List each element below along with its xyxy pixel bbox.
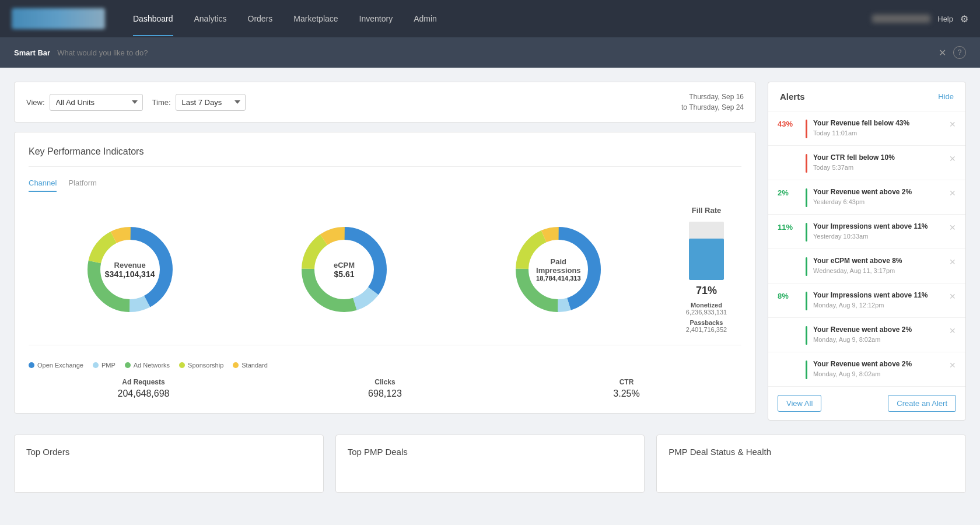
create-alert-button[interactable]: Create an Alert: [888, 395, 956, 412]
alert-item-0: 43% Your Revenue fell below 43% Today 11…: [768, 111, 965, 146]
alert-message-2: Your Revenue went above 2%: [813, 187, 943, 197]
ecpm-title: eCPM: [334, 261, 355, 270]
alert-close-3[interactable]: ✕: [949, 222, 956, 232]
main-content: View: All Ad Units Time: Last 7 Days Thu…: [0, 68, 980, 435]
nav-link-inventory[interactable]: Inventory: [349, 1, 404, 36]
alert-close-5[interactable]: ✕: [949, 290, 956, 301]
alert-badge-5: 8%: [778, 290, 800, 300]
alert-item-4: Your eCPM went above 8% Wednesday, Aug 1…: [768, 249, 965, 284]
alert-time-2: Yesterday 6:43pm: [813, 198, 943, 205]
alert-message-0: Your Revenue fell below 43%: [813, 118, 943, 128]
tab-platform[interactable]: Platform: [68, 178, 96, 192]
filter-bar: View: All Ad Units Time: Last 7 Days Thu…: [14, 82, 756, 123]
stat-clicks: Clicks 698,123: [270, 378, 500, 399]
fill-rate-stats: Monetized 6,236,933,131 Passbacks 2,401,…: [686, 302, 727, 333]
nav-links: Dashboard Analytics Orders Marketplace I…: [123, 1, 872, 36]
fill-rate-fill: [689, 239, 724, 280]
bottom-cards: Top Orders Top PMP Deals PMP Deal Status…: [0, 435, 980, 507]
left-panel: View: All Ad Units Time: Last 7 Days Thu…: [14, 82, 756, 421]
nav-link-dashboard[interactable]: Dashboard: [123, 1, 184, 36]
smart-bar: Smart Bar ✕ ?: [0, 37, 980, 68]
alert-close-6[interactable]: ✕: [949, 325, 956, 335]
alert-close-1[interactable]: ✕: [949, 153, 956, 163]
stat-name-ctr: CTR: [512, 378, 741, 386]
alert-close-2[interactable]: ✕: [949, 187, 956, 198]
bottom-card-pmp-health: PMP Deal Status & Health: [656, 435, 966, 493]
alert-time-3: Yesterday 10:33am: [813, 233, 943, 240]
alert-message-1: Your CTR fell below 10%: [813, 153, 943, 163]
alert-bar-6: [806, 326, 807, 345]
fill-rate-container: Fill Rate 71% Monetized 6,236,933,131 Pa…: [671, 206, 741, 333]
bottom-card-top-pmp: Top PMP Deals: [335, 435, 645, 493]
stat-ctr: CTR 3.25%: [512, 378, 741, 399]
help-link[interactable]: Help: [937, 15, 953, 23]
time-filter-group: Time: Last 7 Days: [152, 94, 246, 111]
revenue-donut: Revenue $341,104,314: [83, 223, 177, 316]
alert-time-0: Today 11:01am: [813, 130, 943, 136]
alert-badge-1: [778, 153, 800, 154]
time-label: Time:: [152, 98, 171, 107]
close-icon[interactable]: ✕: [939, 47, 946, 58]
alert-time-7: Monday, Aug 9, 8:02am: [813, 370, 943, 377]
alert-bar-0: [806, 120, 807, 138]
alert-badge-7: [778, 359, 800, 360]
legend-dot-standard: [233, 362, 239, 368]
date-line1: Thursday, Sep 16: [681, 92, 744, 102]
alert-item-1: Your CTR fell below 10% Today 5:37am ✕: [768, 146, 965, 180]
impressions-chart: Paid Impressions 18,784,414,313: [457, 223, 660, 316]
alert-message-6: Your Revenue went above 2%: [813, 325, 943, 335]
nav-link-analytics[interactable]: Analytics: [184, 1, 237, 36]
kpi-stats-row: Ad Requests 204,648,698 Clicks 698,123 C…: [29, 378, 741, 399]
ecpm-label: eCPM $5.61: [334, 261, 355, 279]
alerts-card: Alerts Hide 43% Your Revenue fell below …: [768, 82, 966, 421]
ecpm-chart: eCPM $5.61: [243, 223, 445, 316]
stat-value-ad-requests: 204,648,698: [29, 388, 258, 399]
nav-link-admin[interactable]: Admin: [403, 1, 447, 36]
alert-content-4: Your eCPM went above 8% Wednesday, Aug 1…: [813, 256, 943, 274]
ecpm-value: $5.61: [334, 270, 355, 279]
fill-rate-bar: [689, 222, 724, 280]
legend-label-standard: Standard: [242, 362, 268, 369]
help-icon[interactable]: ?: [953, 46, 966, 59]
view-all-button[interactable]: View All: [778, 395, 821, 412]
legend-label-ad-networks: Ad Networks: [134, 362, 170, 369]
alert-item-6: Your Revenue went above 2% Monday, Aug 9…: [768, 318, 965, 352]
alert-item-7: Your Revenue went above 2% Monday, Aug 9…: [768, 352, 965, 387]
alert-close-7[interactable]: ✕: [949, 359, 956, 370]
view-label: View:: [26, 98, 45, 107]
settings-icon[interactable]: ⚙: [960, 13, 968, 24]
kpi-title: Key Performance Indicators: [29, 146, 741, 167]
impressions-label: Paid Impressions 18,784,414,313: [535, 257, 582, 282]
alert-badge-4: [778, 256, 800, 257]
legend-pmp: PMP: [93, 362, 116, 369]
nav-link-marketplace[interactable]: Marketplace: [283, 1, 348, 36]
nav-link-orders[interactable]: Orders: [237, 1, 284, 36]
alert-message-5: Your Impressions went above 11%: [813, 290, 943, 300]
alert-bar-1: [806, 154, 807, 173]
pmp-health-title: PMP Deal Status & Health: [668, 447, 954, 457]
passbacks-value: 2,401,716,352: [686, 326, 727, 333]
alert-content-5: Your Impressions went above 11% Monday, …: [813, 290, 943, 309]
alert-bar-7: [806, 360, 807, 379]
smart-bar-input[interactable]: [57, 48, 932, 57]
alert-bar-5: [806, 292, 807, 310]
revenue-title: Revenue: [105, 261, 155, 270]
date-range: Thursday, Sep 16 to Thursday, Sep 24: [681, 92, 744, 113]
legend-dot-pmp: [93, 362, 99, 368]
alert-close-0[interactable]: ✕: [949, 118, 956, 129]
tab-channel[interactable]: Channel: [29, 178, 57, 192]
alerts-footer: View All Create an Alert: [768, 387, 965, 420]
ecpm-donut: eCPM $5.61: [298, 223, 391, 316]
alert-time-1: Today 5:37am: [813, 164, 943, 171]
smart-bar-label: Smart Bar: [14, 48, 50, 57]
alert-close-4[interactable]: ✕: [949, 256, 956, 267]
alerts-hide-button[interactable]: Hide: [938, 92, 954, 101]
stat-value-ctr: 3.25%: [512, 388, 741, 399]
time-select[interactable]: Last 7 Days: [176, 94, 246, 111]
smart-bar-actions: ✕ ?: [939, 46, 966, 59]
view-select[interactable]: All Ad Units: [50, 94, 143, 111]
top-navigation: Dashboard Analytics Orders Marketplace I…: [0, 0, 980, 37]
alert-content-1: Your CTR fell below 10% Today 5:37am: [813, 153, 943, 171]
alert-badge-6: [778, 325, 800, 326]
legend-standard: Standard: [233, 362, 268, 369]
